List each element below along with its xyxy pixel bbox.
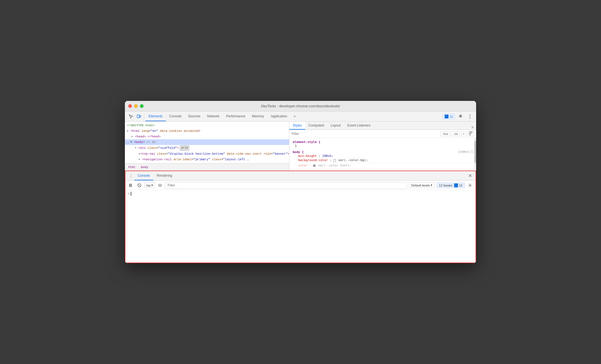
tree-line-doctype[interactable]: <!DOCTYPE html> [125,123,289,128]
attr-role-value: "banner" [273,151,288,156]
styles-tab-layout[interactable]: Layout [327,122,344,130]
drawer-close-button[interactable]: ✕ [467,173,473,179]
rule-header-body[interactable]: body { (index):1 [293,150,473,154]
expand-arrow-scaffold[interactable]: ▼ [135,145,138,151]
tree-line-scaffold[interactable]: ▼ <div class = "scaffold" > grid [125,145,289,151]
attr-data-name: data-cookies-accepted [160,128,199,134]
console-prompt: > [128,192,473,196]
expand-arrow-body[interactable]: ▼ [130,140,134,145]
doctype-text: <!DOCTYPE html> [127,123,155,128]
svg-rect-1 [140,115,141,117]
issues-badge[interactable]: 🔵 12 [443,114,455,119]
top-toolbar: Elements Console Sources Network Perform… [125,111,476,122]
close-button[interactable] [128,104,132,108]
device-toolbar-button[interactable] [135,113,143,120]
tab-more[interactable]: » [290,111,299,121]
tree-line-navrail[interactable]: ▶ <navigation-rail aria-label = "primary… [125,157,289,162]
tree-line-head[interactable]: ▶ <head> … </head> [125,134,289,139]
levels-arrow: ▾ [431,183,432,187]
expand-arrow[interactable]: ▶ [127,128,130,134]
tab-application[interactable]: Application [267,111,290,121]
filter-icon-button[interactable] [468,131,474,137]
attr-topnav-value: "display-block hairline-bottom" [168,151,225,156]
issues-icon: 🔵 [445,115,449,118]
expand-arrow-navrail[interactable]: ▶ [139,157,142,162]
breadcrumb-body[interactable]: body [140,165,149,169]
element-style-selector: element.style { [293,140,320,144]
console-filter-input[interactable] [165,182,407,189]
tab-elements[interactable]: Elements [145,111,166,121]
drawer-toolbar: ⋮ Console Rendering ✕ [125,171,476,181]
prop-colon-2: : [330,158,333,162]
console-context-selector[interactable]: top ▾ [144,183,155,188]
console-settings-button[interactable] [467,182,473,189]
console-levels-button[interactable]: Default levels ▾ [409,183,435,188]
tree-line-topnav[interactable]: ▶ <top-nav class = "display-block hairli… [125,151,289,157]
attr-navrail-value: "layout-left … [223,157,249,162]
prop-colon-3: : [309,164,313,167]
filter-add-button[interactable]: + [461,131,467,136]
styles-tab-computed[interactable]: Computed [305,122,327,130]
styles-more-button[interactable]: » [469,125,476,130]
main-tab-bar: Elements Console Sources Network Perform… [145,111,443,121]
more-options-button[interactable] [466,113,474,120]
color-swatch-text [313,164,316,167]
scrollbar-thumb[interactable] [474,141,476,163]
filter-cls-button[interactable]: .cls [451,131,460,136]
settings-button[interactable] [457,113,464,120]
tab-network[interactable]: Network [204,111,223,121]
filter-input[interactable] [292,132,439,136]
fullscreen-button[interactable] [140,104,144,108]
tree-line-body[interactable]: … ▼ <body> == $0 [125,139,289,145]
filter-buttons: :hov .cls + [440,131,474,137]
svg-line-11 [139,184,140,186]
devtools-window: DevTools - developer.chrome.com/docs/dev… [125,101,476,263]
svg-rect-6 [469,133,471,134]
styles-panel: Styles Computed Layout Event Listeners »… [289,122,476,171]
console-issues-badge[interactable]: 12 Issues: 🔵 12 [437,183,465,188]
drawer-tab-rendering[interactable]: Rendering [153,171,175,180]
grid-badge[interactable]: grid [180,145,189,151]
attr-aria-label: aria-label [173,157,192,162]
console-drawer: ⋮ Console Rendering ✕ [125,171,476,263]
topnav-gt: > [288,151,289,156]
svg-rect-5 [469,132,472,132]
tab-sources[interactable]: Sources [185,111,204,121]
drawer-more-button[interactable]: ⋮ [128,173,134,179]
filter-hov-button[interactable]: :hov [440,131,450,136]
devtools-body: Elements Console Sources Network Perform… [125,111,476,263]
tree-line-html[interactable]: ▶ <html lang = "en" data-cookies-accepte… [125,128,289,134]
tab-performance[interactable]: Performance [223,111,249,121]
prop-value-bgcolor: var(--color-bg); [338,158,368,162]
toolbar-right: 🔵 12 [443,113,474,120]
rule-prop-minheight[interactable]: min-height : 100vh; [293,154,473,158]
styles-tab-styles[interactable]: Styles [289,122,305,130]
console-run-button[interactable] [128,182,134,189]
console-body[interactable]: > [125,190,476,263]
drawer-tab-console[interactable]: Console [134,171,153,180]
prompt-cursor [131,192,131,196]
attr-topnav-data: data-side-nav-inert [227,151,262,156]
tab-memory[interactable]: Memory [249,111,267,121]
svg-rect-0 [137,115,139,118]
breadcrumb-separator [137,165,140,169]
toolbar-divider-1 [144,114,144,119]
breadcrumb-html[interactable]: html [127,165,137,169]
prop-value-color: var(--color-text); [318,164,351,167]
console-issues-label: 12 Issues: [439,184,453,187]
rule-prop-bgcolor[interactable]: background-color : var(--color-bg); [293,158,473,162]
prop-colon-1: : [319,154,322,158]
console-clear-button[interactable] [136,182,143,189]
inspect-element-button[interactable] [127,113,135,120]
svg-point-3 [470,116,471,117]
console-eye-button[interactable] [157,182,163,189]
tab-console[interactable]: Console [166,111,185,121]
styles-content: element.style { } body { (index):1 [289,138,476,171]
expand-arrow-head[interactable]: ▶ [132,134,135,139]
styles-tab-eventlisteners[interactable]: Event Listeners [344,122,374,130]
rule-prop-color[interactable]: color : var(--color-text); [293,163,473,168]
svg-point-12 [159,185,161,186]
rule-selector-element[interactable]: element.style { [293,140,473,144]
minimize-button[interactable] [134,104,138,108]
prompt-arrow: > [128,192,130,196]
